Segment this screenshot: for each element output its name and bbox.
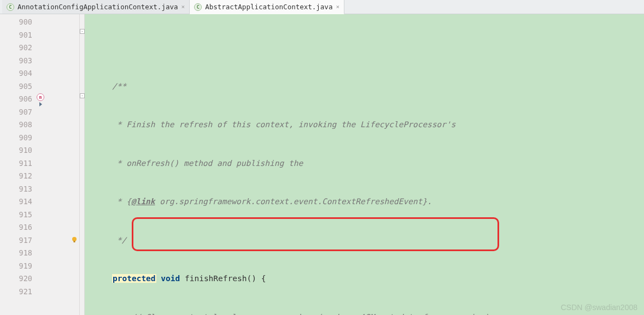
gutter[interactable]: 900 901 902 903 904 905 906 907 908 909 … [0,14,85,315]
line-number: 906 [0,93,36,106]
code-area[interactable]: /** * Finish the refresh of this context… [85,14,644,315]
line-number: 910 [0,144,36,157]
code-line [85,41,644,55]
code-line: protected void finishRefresh() { [85,272,644,286]
line-number: 920 [0,272,36,286]
tab-annotation-config[interactable]: C AnnotationConfigApplicationContext.jav… [2,0,190,14]
line-number: 905 [0,80,36,93]
watermark: CSDN @swadian2008 [561,303,637,312]
line-number: 908 [0,118,36,132]
execution-pointer-icon [39,102,42,106]
fold-track [79,14,84,315]
line-number: 921 [0,286,36,299]
line-number: 903 [0,55,36,68]
close-icon[interactable]: × [336,3,339,10]
tab-label: AbstractApplicationContext.java [205,3,332,11]
line-number: 916 [0,221,36,234]
svg-rect-1 [74,241,75,242]
tab-label: AnnotationConfigApplicationContext.java [17,3,178,11]
line-number: 900 [0,16,36,29]
java-class-icon: C [194,3,202,11]
close-icon[interactable]: × [182,3,185,10]
code-line: // Clear context-level resource caches (… [85,311,644,316]
line-number: 901 [0,29,36,42]
tab-bar: C AnnotationConfigApplicationContext.jav… [0,0,644,14]
line-numbers: 900 901 902 903 904 905 906 907 908 909 … [0,16,36,298]
line-number: 911 [0,157,36,170]
code-line: /** [85,80,644,93]
line-number: 915 [0,209,36,222]
line-number: 919 [0,260,36,273]
line-number: 902 [0,41,36,55]
code-line: * {@link org.springframework.context.eve… [85,195,644,209]
line-number: 907 [0,106,36,119]
method-breakpoint-icon[interactable] [37,93,44,101]
code-line: */ [85,234,644,247]
line-number: 918 [0,247,36,260]
line-number: 912 [0,170,36,183]
code-line: * Finish the refresh of this context, in… [85,118,644,132]
line-number: 909 [0,132,36,145]
code-line: * onRefresh() method and publishing the [85,157,644,170]
line-number: 917 [0,234,36,247]
editor: 900 901 902 903 904 905 906 907 908 909 … [0,14,644,315]
java-class-icon: C [7,3,14,11]
tab-abstract-application-context[interactable]: C AbstractApplicationContext.java × [190,0,344,14]
line-number: 913 [0,183,36,196]
lightbulb-icon[interactable] [71,236,78,242]
line-number: 914 [0,195,36,209]
svg-point-0 [72,237,77,241]
line-number: 904 [0,67,36,80]
